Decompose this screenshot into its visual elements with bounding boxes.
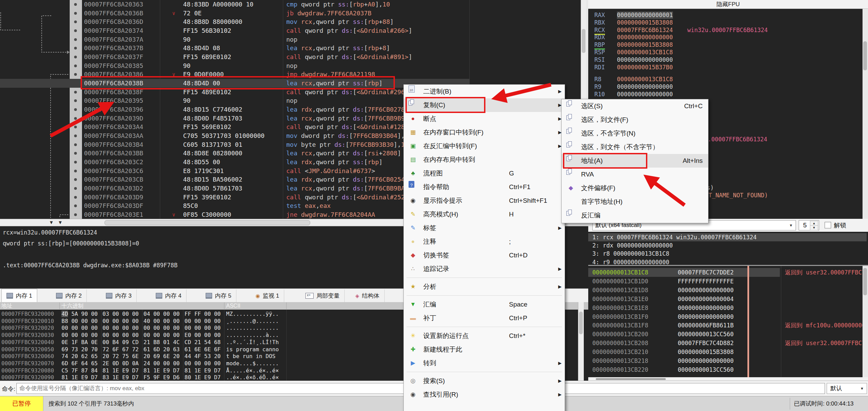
menu-item-follow-in-memmap[interactable]: ▤在内存布局中转到 [404, 153, 565, 167]
stack-horizontal-scrollbar[interactable] [588, 377, 868, 381]
menu-item-toggle-bookmark[interactable]: ◆切换书签Ctrl+D [404, 249, 565, 262]
stack-vertical-scrollbar[interactable] [863, 266, 868, 377]
menu-item-search[interactable]: ◎搜索(S)▶ [404, 374, 565, 388]
stack-row[interactable]: 00000000013CB1E00000000000000004 [588, 295, 868, 303]
stack-row[interactable]: 00000000013CB1F8000000006FB8611B返回到 mfc1… [588, 321, 868, 330]
unlock-checkbox[interactable] [825, 222, 831, 228]
disasm-row[interactable]: 00007FF6C8A2037A90nop [0, 35, 581, 44]
disasm-row[interactable]: 00007FF6C8A2037B48:8D4D 08lea rcx,qword … [0, 44, 581, 53]
menu-item-label: 选区，到文件(F) [581, 113, 628, 127]
menu-item-highlight-mode[interactable]: ✎高亮模式(H)H [404, 208, 565, 221]
register-value[interactable]: 0000000000000000 [617, 91, 673, 98]
disasm-row[interactable]: 00007FF6C8A2038590nop [0, 61, 581, 70]
menu-item-copy-rva[interactable]: RVA [562, 168, 708, 181]
menu-item-copy-selection-no-bytes[interactable]: 选区，不含字节(N) [562, 127, 708, 140]
stack-row[interactable]: 00000000013CB20800007FFBC7C4D882返回到 user… [588, 339, 868, 348]
stack-row[interactable]: 00000000013CB20000000000013CC560 [588, 330, 868, 339]
tab-内存 4[interactable]: 内存 4 [151, 289, 187, 302]
stack-row[interactable]: 00000000013CB1E80000000000000000 [588, 303, 868, 312]
menu-item-graph[interactable]: ♣流程图G [404, 167, 565, 180]
menu-item-goto[interactable]: ▶转到▶ [404, 356, 565, 370]
menu-item-find-references[interactable]: ◉查找引用(R)▶ [404, 388, 565, 401]
menu-item-set-new-origin[interactable]: ✳设置新的运行点Ctrl+* [404, 329, 565, 343]
log-filter-combobox[interactable]: 默认 ▼ [827, 383, 867, 394]
stack-row[interactable]: 00000000013CB1D80000000000000000 [588, 286, 868, 295]
stack-row[interactable]: 00000000013CB2180000000000000000 [588, 356, 868, 365]
scrollbar-thumb[interactable] [105, 220, 310, 225]
register-row[interactable]: RSP00000000013CB1C8 [588, 49, 868, 56]
argument-count-spinner[interactable]: 5 ▲ ▼ [799, 220, 819, 230]
register-row[interactable]: RBX00000000015B3808 [588, 19, 868, 26]
menu-item-copy-header-va[interactable]: 首字节地址(H) [562, 195, 708, 209]
disasm-row[interactable]: 00007FF6C8A2037FFF15 6B9E0102call qword … [0, 53, 581, 61]
register-value[interactable]: 0000000000000000 [617, 56, 673, 63]
register-value[interactable]: 00000000015B3808 [617, 19, 673, 26]
register-row[interactable]: R100000000000000000 [588, 91, 868, 98]
dump-vertical-scrollbar[interactable] [578, 302, 584, 381]
menu-item-new-thread-here[interactable]: ✚新建线程于此 [404, 343, 565, 356]
register-row[interactable]: R800000000013CB1C8 [588, 76, 868, 83]
disasm-row[interactable]: 00007FF6C8A2036D48:8B8D 88000000mov rcx,… [0, 17, 581, 26]
dump-address: 00007FFBC9320080 [1, 367, 58, 374]
menu-item-follow-in-disasm[interactable]: ▣在反汇编中转到(F)▶ [404, 139, 565, 153]
menu-item-copy-file-offset[interactable]: ◆文件偏移(F) [562, 181, 708, 195]
menu-item-show-mnemonic-brief[interactable]: ◉显示指令提示Ctrl+Shift+F1 [404, 194, 565, 208]
argument-row[interactable]: 4: r9 0000000000000000 [588, 258, 867, 265]
hide-fpu-button[interactable]: 隐藏FPU [588, 0, 868, 9]
menu-item-follow-in-dump[interactable]: ▦在内存窗口中转到(F)▶ [404, 126, 565, 139]
menu-item-copy-disassembly[interactable]: 反汇编 [562, 209, 708, 222]
argument-row[interactable]: 3: r8 00000000013CB1C8 [588, 250, 867, 258]
stack-row[interactable]: 00000000013CB22000000000013CC560 [588, 365, 868, 374]
register-row[interactable]: RBP00000000015B3808 [588, 41, 868, 48]
register-row[interactable]: R90000000000000000 [588, 83, 868, 90]
tab-内存 1[interactable]: 内存 1 [1, 289, 37, 302]
stack-row[interactable]: 00000000013CB1D0FFFFFFFFFFFFFFFE [588, 277, 868, 286]
menu-item-patch[interactable]: ▬补丁Ctrl+P [404, 311, 565, 325]
tab-内存 2[interactable]: 内存 2 [51, 289, 87, 302]
register-value[interactable]: 0000000000000000 [617, 34, 673, 41]
menu-item-instruction-help[interactable]: 指令帮助Ctrl+F1 [404, 180, 565, 194]
registers-scrollbar[interactable] [863, 9, 868, 219]
stack-row[interactable]: 00000000013CB1C800007FFBC7C7DDE2返回到 user… [588, 268, 780, 277]
menu-item-comment[interactable]: ●注释; [404, 235, 565, 249]
menu-item-trace-record[interactable]: ∴追踪记录▶ [404, 262, 565, 276]
disasm-row[interactable]: 00007FF6C8A2036348:83BD A0000000 10cmp q… [0, 0, 581, 9]
menu-item-analysis[interactable]: ★分析▶ [404, 280, 565, 294]
register-value[interactable]: 00000000015B3808 [617, 41, 673, 48]
disasm-row[interactable]: 00007FF6C8A2036B∨72 0Ejb dwgdraw.7FF6C8A… [0, 9, 581, 18]
register-row[interactable]: RAX0000000000000001 [588, 12, 868, 19]
tab-局部变量[interactable]: 局部变量 [301, 289, 345, 302]
menu-item-shortcut: Ctrl+D [509, 249, 527, 262]
spinner-down-button[interactable]: ▼ [810, 225, 818, 230]
register-value[interactable]: 00000000015B37B0 [617, 64, 673, 71]
menu-item-copy-selection-to-file[interactable]: 选区，到文件(F) [562, 113, 708, 127]
argument-row[interactable]: 1: rcx 00007FFBC6B61324 win32u.00007FFBC… [588, 233, 867, 241]
stack-pane[interactable]: 00000000013CB1C800007FFBC7C7DDE2返回到 user… [588, 266, 868, 377]
argument-row[interactable]: 2: rdx 0000000000000000 [588, 241, 867, 250]
arguments-pane[interactable]: 1: rcx 00007FFBC6B61324 win32u.00007FFBC… [588, 232, 868, 265]
tab-内存 5[interactable]: 内存 5 [201, 289, 236, 302]
register-value[interactable]: 00000000013CB1C8 [617, 76, 673, 83]
menu-item-breakpoint[interactable]: ●断点▶ [404, 112, 565, 126]
register-value[interactable]: 0000000000000001 [617, 12, 673, 19]
tab-内存 3[interactable]: 内存 3 [101, 289, 137, 302]
menu-item-binary[interactable]: 二进制(B)▶ [404, 85, 565, 98]
stack-row[interactable]: 00000000013CB1F00000000000000000 [588, 312, 868, 321]
register-row[interactable]: RDX0000000000000000 [588, 34, 868, 41]
register-row[interactable]: RCX00007FFBC6B61324win32u.00007FFBC6B613… [588, 27, 868, 34]
tab-监视 1[interactable]: ◉监视 1 [251, 289, 284, 302]
menu-item-icon: ▦ [409, 128, 417, 137]
disasm-row[interactable]: 00007FF6C8A20374FF15 56B30102call qword … [0, 26, 581, 35]
register-value[interactable]: 00007FFBC6B61324 [617, 27, 673, 34]
stack-row[interactable]: 00000000013CB21000000000015B3808 [588, 348, 868, 356]
tab-结构体[interactable]: ◈结构体 [350, 289, 385, 302]
register-row[interactable]: RSI0000000000000000 [588, 56, 868, 63]
menu-item-label[interactable]: ✎标签▶ [404, 221, 565, 235]
menu-item-copy-selection[interactable]: 选区(S)Ctrl+C [562, 99, 708, 113]
menu-item-copy-selection-to-file-no-bytes[interactable]: 选区，到文件（不含字节） [562, 140, 708, 154]
register-row[interactable]: RDI00000000015B37B0 [588, 64, 868, 71]
register-value[interactable]: 0000000000000000 [617, 83, 673, 90]
disasm-address: 00007FF6C8A203C6 [84, 167, 143, 175]
menu-item-assemble[interactable]: ▼汇编Space [404, 298, 565, 311]
register-value[interactable]: 00000000013CB1C8 [617, 49, 673, 56]
